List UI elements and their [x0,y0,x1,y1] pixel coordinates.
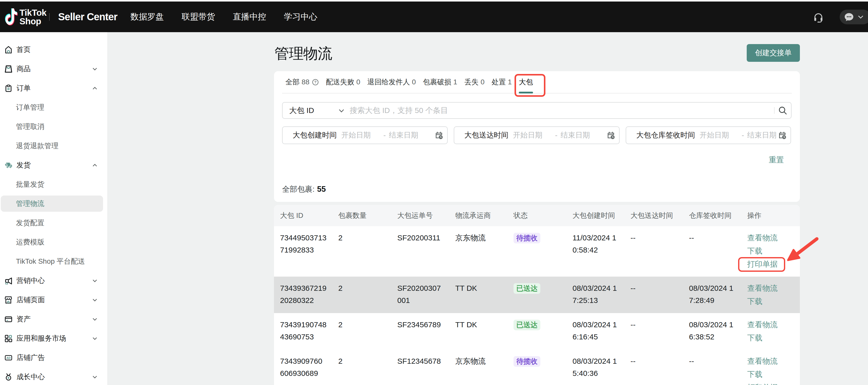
cell-delivered-time: -- [624,226,683,276]
sidebar-item-label: 资产 [17,314,31,324]
table-row[interactable]: 73449503713 71992833 2 SF20200311 京东物流 待… [274,226,800,276]
brand-wordmark: TikTok Shop [20,8,46,26]
tab-lost[interactable]: 丢失 0 [464,71,485,93]
tab-big-package[interactable]: 大包 [519,71,533,93]
cell-line: 73449503713 [280,232,330,244]
cell-signed-time: 08/03/2024 1 6:38:52 [683,313,741,350]
cell-line: 6:16:45 [572,331,622,343]
sidebar-subitem-shipping-templates[interactable]: 运费模版 [0,233,107,252]
chat-pill-button[interactable] [840,10,868,24]
tab-delivery-failed[interactable]: 配送失败 0 [326,71,360,93]
cell-created-time: 08/03/2024 1 5:40:36 [566,350,624,385]
calendar-clock-icon[interactable] [607,131,615,140]
start-date-placeholder[interactable]: 开始日期 [341,130,371,140]
summary-value: 55 [317,185,326,194]
action-download-link[interactable]: 下载 [747,244,791,258]
end-date-placeholder[interactable]: 结束日期 [561,130,590,140]
calendar-clock-icon[interactable] [435,131,443,140]
sidebar-item-growth-center[interactable]: 成长中心 [0,367,107,385]
table-row[interactable]: 73439190748 43690753 2 SF23456789 TT DK … [274,313,800,350]
start-date-placeholder[interactable]: 开始日期 [513,130,542,140]
cell-line: SF20200311 [397,232,447,244]
action-view-logistics-link[interactable]: 查看物流 [747,355,791,368]
date-range-dash: - [555,131,558,140]
sidebar-item-shop-ads[interactable]: 店铺广告 [0,348,107,367]
action-download-link[interactable]: 下载 [747,295,791,308]
search-field-select[interactable]: 大包 ID [289,106,314,116]
start-date-placeholder[interactable]: 开始日期 [700,130,729,140]
cell-line: 43690753 [280,331,330,343]
cell-signed-time: -- [683,350,741,385]
package-count-summary: 全部包裹:55 [282,184,326,195]
sidebar-item-home[interactable]: 首页 [0,40,107,59]
search-input[interactable]: 搜索大包 ID，支持 50 个条目 [350,106,448,116]
sidebar-item-label: 批量发货 [16,180,44,189]
cell-bigpackage-id: 73449503713 71992833 [274,226,332,276]
sidebar-item-apps-services-market[interactable]: 应用和服务市场 [0,329,107,348]
date-range-dash: - [383,131,386,140]
sidebar-item-orders[interactable]: 订单 [0,79,107,98]
table-row[interactable]: 73439367219 20280322 2 SF20200307 001 TT… [274,276,800,313]
support-headset-icon[interactable] [813,11,824,23]
end-date-placeholder[interactable]: 结束日期 [389,130,418,140]
tab-all[interactable]: 全部 88 [285,71,319,93]
cell-line: 5:40:36 [572,367,622,379]
reset-link[interactable]: 重置 [769,155,784,165]
calendar-clock-icon[interactable] [778,131,786,140]
nav-item-live-center[interactable]: 直播中控 [233,11,266,23]
nav-item-learning-center[interactable]: 学习中心 [284,11,317,23]
cell-created-time: 08/03/2024 1 6:16:45 [566,313,624,350]
table-row[interactable]: 7343909760 606930689 2 SF12345678 京东物流 待… [274,350,800,385]
grid-icon [5,334,12,343]
home-icon [5,46,12,54]
create-handover-button[interactable]: 创建交接单 [747,44,800,62]
status-badge: 已送达 [514,320,540,330]
caret-down-icon[interactable] [338,107,345,114]
col-header-delivered-time: 大包送达时间 [624,205,683,226]
cell-operations: 查看物流 下载 打印单据 [741,350,794,385]
action-download-link[interactable]: 下载 [747,331,791,345]
sidebar-item-assets[interactable]: 资产 [0,309,107,329]
sidebar-subitem-bulk-shipping[interactable]: 批量发货 [0,175,107,194]
sidebar-item-marketing-center[interactable]: 营销中心 [0,271,107,290]
action-print-documents-link[interactable]: 打印单据 [747,258,791,271]
sidebar-subitem-manage-logistics[interactable]: 管理物流 [0,194,107,213]
filter-warehouse-signed-time[interactable]: 大包仓库签收时间 开始日期 - 结束日期 [626,126,791,144]
nav-item-affiliate[interactable]: 联盟带货 [182,11,215,23]
cell-line: 7:28:49 [689,294,739,306]
clipboard-icon [5,84,12,92]
sidebar-item-label: 运费模版 [16,237,44,247]
action-download-link[interactable]: 下载 [747,368,791,381]
end-date-placeholder[interactable]: 结束日期 [747,130,777,140]
sidebar-item-shipping[interactable]: 发货 [0,155,107,175]
tab-disposal[interactable]: 处置 1 [492,71,512,93]
help-icon[interactable] [312,79,319,86]
action-view-logistics-link[interactable]: 查看物流 [747,318,791,331]
cell-line: 08/03/2024 1 [572,355,622,367]
tab-returned-to-sender[interactable]: 退回给发件人 0 [367,71,416,93]
sidebar-subitem-returns-refunds[interactable]: 退货退款管理 [0,136,107,155]
sidebar-subitem-manage-cancellations[interactable]: 管理取消 [0,117,107,136]
sidebar-item-products[interactable]: 商品 [0,59,107,79]
filter-delivered-time[interactable]: 大包送达时间 开始日期 - 结束日期 [454,126,620,144]
tab-package-damaged[interactable]: 包裹破损 1 [423,71,457,93]
filter-created-time[interactable]: 大包创建时间 开始日期 - 结束日期 [282,126,448,144]
cell-delivered-time: -- [624,350,683,385]
cell-signed-time: -- [683,226,741,276]
nav-item-data-compass[interactable]: 数据罗盘 [130,11,164,23]
sidebar-subitem-shipping-config[interactable]: 发货配置 [0,213,107,233]
sidebar-subitem-order-management[interactable]: 订单管理 [0,98,107,117]
cell-line: 08/03/2024 1 [572,319,622,331]
sidebar-subitem-tiktok-shop-platform-delivery[interactable]: TikTok Shop 平台配送 [0,252,107,271]
cell-line: TT DK [455,319,505,331]
cell-waybill-no: SF23456789 [391,313,449,350]
cell-signed-time: 08/03/2024 1 7:28:49 [683,276,741,313]
action-print-documents-link[interactable]: 打印单据 [747,381,791,385]
cell-line: 6:38:52 [689,331,739,343]
action-view-logistics-link[interactable]: 查看物流 [747,282,791,295]
tiktok-logo-icon [4,8,18,25]
sidebar-item-shop-pages[interactable]: 店铺页面 [0,290,107,309]
search-icon[interactable] [778,106,787,115]
cell-line: SF12345678 [397,355,447,367]
action-view-logistics-link[interactable]: 查看物流 [747,231,791,244]
